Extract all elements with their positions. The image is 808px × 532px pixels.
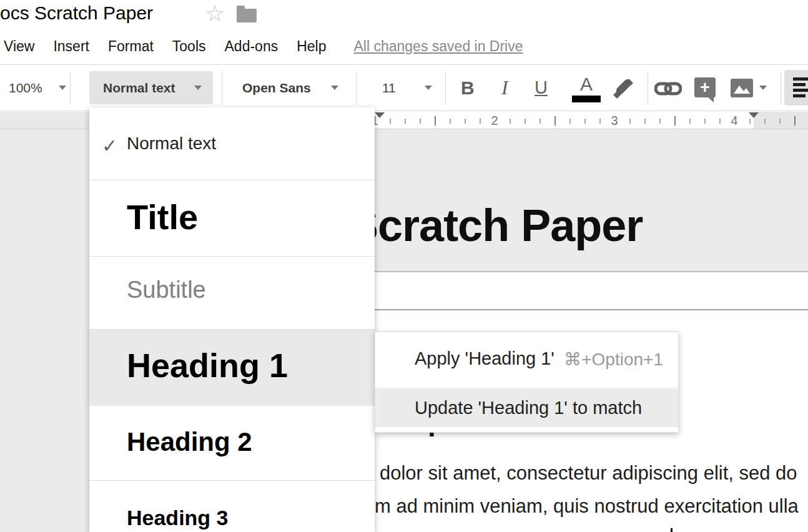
toolbar-separator bbox=[70, 71, 71, 105]
menu-tools[interactable]: Tools bbox=[172, 38, 206, 55]
italic-button[interactable]: I bbox=[501, 65, 508, 111]
mountains-glyph bbox=[731, 79, 753, 97]
style-caret-icon bbox=[194, 86, 202, 90]
ruler-tick bbox=[390, 119, 391, 124]
body-text-line[interactable]: m ad minim veniam, quis nostrud exercita… bbox=[375, 495, 799, 518]
highlight-button[interactable] bbox=[609, 76, 634, 101]
style-option-title[interactable]: Title bbox=[89, 180, 375, 256]
ruler-tick bbox=[764, 119, 766, 124]
insert-image-button[interactable] bbox=[731, 79, 753, 97]
toolbar: 100% Normal text Open Sans 11 B I U A + bbox=[0, 64, 808, 111]
body-text-line[interactable]: dolor sit amet, consectetur adipiscing e… bbox=[380, 462, 797, 485]
paragraph-style-select[interactable]: Normal text bbox=[89, 71, 213, 104]
star-icon[interactable]: ☆ bbox=[205, 1, 225, 26]
style-option-heading2[interactable]: Heading 2 bbox=[89, 406, 375, 480]
ruler-tick bbox=[749, 119, 751, 124]
check-icon: ✓ bbox=[102, 135, 117, 157]
menu-bar: View Insert Format Tools Add-ons Help Al… bbox=[0, 32, 808, 60]
menu-help[interactable]: Help bbox=[297, 38, 326, 55]
menu-addons[interactable]: Add-ons bbox=[225, 38, 278, 55]
ruler-margin-area bbox=[754, 112, 808, 129]
ruler-tick bbox=[510, 119, 511, 124]
insert-link-button[interactable] bbox=[654, 81, 682, 96]
left-indent-marker[interactable] bbox=[375, 112, 385, 118]
paragraph-style-value: Normal text bbox=[103, 71, 175, 104]
style-option-label: Normal text bbox=[127, 134, 216, 154]
ruler-tick bbox=[465, 119, 466, 124]
style-option-heading3[interactable]: Heading 3 bbox=[89, 481, 375, 532]
menu-format[interactable]: Format bbox=[108, 38, 154, 55]
save-status-link[interactable]: All changes saved in Drive bbox=[354, 38, 523, 55]
toolbar-separator bbox=[356, 71, 357, 105]
toolbar-separator bbox=[222, 71, 222, 105]
ruler-tick bbox=[689, 119, 691, 124]
style-option-subtitle[interactable]: Subtitle bbox=[89, 257, 375, 329]
ruler-tick bbox=[569, 119, 571, 124]
ruler-tick bbox=[644, 119, 646, 124]
ruler-number: 4 bbox=[731, 114, 737, 128]
ruler-tick bbox=[659, 119, 661, 124]
text-cursor bbox=[671, 528, 673, 532]
body-text-fragment: mco laboris nisi ut aliquip ex ea co bbox=[375, 530, 669, 532]
ruler-tick bbox=[539, 119, 541, 124]
style-option-label: Subtitle bbox=[127, 277, 206, 303]
style-option-label: Heading 1 bbox=[127, 346, 288, 385]
underline-button[interactable]: U bbox=[535, 65, 548, 111]
title-bar: ocs Scratch Paper ☆ bbox=[0, 0, 808, 31]
text-color-button[interactable]: A bbox=[572, 65, 601, 111]
paragraph-styles-menu: ✓ Normal text Title Subtitle Heading 1 H… bbox=[89, 107, 375, 532]
ruler-tick bbox=[480, 119, 481, 124]
comment-plus-glyph: + bbox=[694, 77, 716, 97]
font-size-caret-icon[interactable] bbox=[425, 86, 432, 90]
ruler-halfinch-tick bbox=[554, 116, 556, 126]
bold-button[interactable]: B bbox=[461, 65, 475, 111]
ruler-number: 2 bbox=[491, 114, 498, 128]
update-heading1-item[interactable]: Update 'Heading 1' to match bbox=[375, 389, 678, 427]
submenu-item-label: Update 'Heading 1' to match bbox=[415, 398, 642, 418]
zoom-select[interactable]: 100% bbox=[9, 65, 42, 111]
right-indent-marker[interactable] bbox=[749, 112, 759, 118]
heading1-submenu: Apply 'Heading 1' ⌘+Option+1 Update 'Hea… bbox=[375, 332, 679, 433]
ruler-halfinch-tick bbox=[435, 116, 436, 126]
insert-comment-button[interactable]: + bbox=[694, 77, 716, 97]
ruler-tick bbox=[629, 119, 631, 124]
apply-heading1-item[interactable]: Apply 'Heading 1' ⌘+Option+1 bbox=[375, 332, 678, 387]
toolbar-separator bbox=[781, 71, 781, 105]
style-option-label: Title bbox=[127, 197, 198, 237]
horizontal-rule bbox=[350, 309, 808, 310]
ruler-halfinch-tick bbox=[794, 116, 796, 126]
font-size-select[interactable]: 11 bbox=[382, 65, 396, 111]
ruler-halfinch-tick bbox=[674, 116, 676, 126]
toolbar-separator bbox=[648, 71, 648, 105]
ruler-tick bbox=[704, 119, 706, 124]
ruler-tick bbox=[405, 119, 406, 124]
style-option-label: Heading 3 bbox=[127, 506, 228, 530]
ruler-tick bbox=[450, 119, 451, 124]
text-color-bar bbox=[572, 96, 601, 102]
image-caret-icon[interactable] bbox=[759, 86, 767, 90]
style-option-label: Heading 2 bbox=[127, 427, 252, 457]
menu-view[interactable]: View bbox=[4, 38, 34, 55]
document-title-text[interactable]: Scratch Paper bbox=[348, 200, 643, 251]
align-left-icon bbox=[793, 77, 808, 100]
menu-insert[interactable]: Insert bbox=[53, 38, 89, 55]
document-name[interactable]: ocs Scratch Paper bbox=[0, 2, 153, 24]
keyboard-shortcut: ⌘+Option+1 bbox=[564, 349, 663, 370]
ruler-number: 3 bbox=[611, 114, 618, 128]
font-select[interactable]: Open Sans bbox=[242, 65, 311, 111]
folder-icon[interactable] bbox=[237, 9, 257, 22]
align-left-button[interactable] bbox=[784, 70, 808, 106]
body-text-line[interactable]: mco laboris nisi ut aliquip ex ea co bbox=[375, 528, 673, 532]
menu-separator bbox=[375, 388, 678, 388]
ruler-tick bbox=[719, 119, 721, 124]
style-option-normal-text[interactable]: ✓ Normal text bbox=[89, 107, 375, 180]
ruler-tick bbox=[779, 119, 781, 124]
style-option-heading1[interactable]: Heading 1 bbox=[89, 330, 375, 405]
ruler-tick bbox=[584, 119, 586, 124]
submenu-item-label: Apply 'Heading 1' bbox=[415, 348, 554, 369]
text-color-letter: A bbox=[580, 74, 593, 95]
ruler-tick bbox=[599, 119, 601, 124]
zoom-caret-icon[interactable] bbox=[59, 86, 66, 90]
ruler-tick bbox=[525, 119, 526, 124]
font-caret-icon[interactable] bbox=[331, 86, 338, 90]
